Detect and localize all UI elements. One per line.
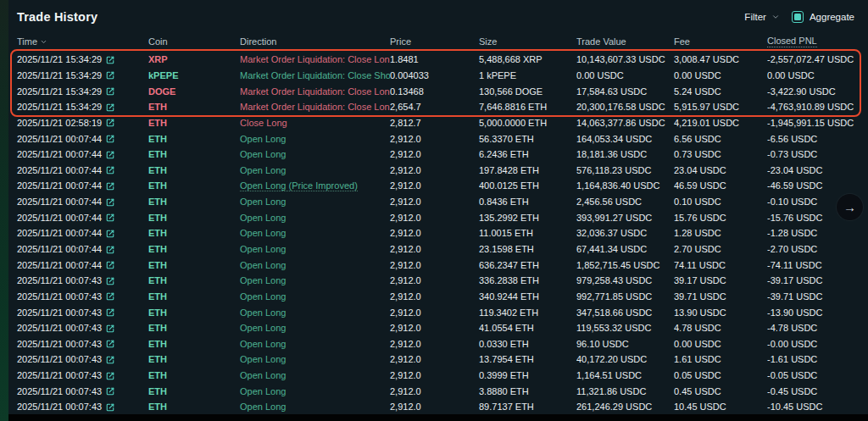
size-cell: 7,646.8816 ETH <box>479 102 576 112</box>
external-link-icon[interactable] <box>106 324 114 333</box>
size-cell: 41.0554 ETH <box>479 323 576 333</box>
size-cell: 119.3402 ETH <box>479 307 576 318</box>
time-cell: 2025/11/21 00:07:43 <box>17 354 148 364</box>
size-cell: 340.9244 ETH <box>479 291 576 302</box>
external-link-icon[interactable] <box>106 213 114 222</box>
trade-value-cell: 18,181.36 USDC <box>576 149 674 159</box>
direction-cell: Open Long <box>240 197 286 207</box>
time-value: 2025/11/21 00:07:44 <box>17 244 102 254</box>
time-value: 2025/11/21 00:07:44 <box>17 134 102 144</box>
direction-cell: Open Long <box>240 213 286 223</box>
price-cell: 2,912.0 <box>390 180 421 191</box>
column-header-time[interactable]: Time <box>17 36 148 47</box>
price-cell: 2,912.0 <box>390 323 421 333</box>
trade-history-panel: Trade History Filter Aggregate TimeCoinD… <box>8 0 868 414</box>
table-row: 2025/11/21 00:07:44 ETH Open Long 2,912.… <box>8 194 868 210</box>
external-link-icon[interactable] <box>106 182 114 191</box>
column-header-fee: Fee <box>674 36 767 47</box>
fee-cell: 15.76 USDC <box>674 213 767 223</box>
time-cell: 2025/11/21 15:34:29 <box>17 70 148 80</box>
time-value: 2025/11/21 15:34:29 <box>17 102 102 112</box>
direction-cell: Open Long <box>240 149 286 159</box>
price-cell: 2,912.0 <box>390 402 421 412</box>
table-row: 2025/11/21 15:34:29 kPEPE Market Order L… <box>8 68 868 84</box>
fee-cell: 23.04 USDC <box>674 165 767 175</box>
table-row: 2025/11/21 00:07:43 ETH Open Long 2,912.… <box>8 273 868 289</box>
external-link-icon[interactable] <box>106 340 114 348</box>
page-background-strip <box>0 0 8 421</box>
time-value: 2025/11/21 00:07:44 <box>17 180 102 191</box>
coin-cell: ETH <box>148 197 240 207</box>
direction-cell: Open Long <box>240 339 286 349</box>
external-link-icon[interactable] <box>106 87 114 96</box>
closed-pnl-cell: -0.05 USDC <box>767 370 860 380</box>
next-page-button[interactable]: → <box>837 194 863 220</box>
external-link-icon[interactable] <box>106 387 114 396</box>
closed-pnl-cell: -3,422.90 USDC <box>767 86 860 97</box>
fee-cell: 0.10 USDC <box>674 197 767 207</box>
size-cell: 0.3999 ETH <box>479 370 576 380</box>
time-value: 2025/11/21 15:34:29 <box>17 86 102 97</box>
external-link-icon[interactable] <box>106 372 114 380</box>
external-link-icon[interactable] <box>106 119 114 127</box>
price-cell: 2,912.0 <box>390 149 421 159</box>
external-link-icon[interactable] <box>106 56 114 64</box>
column-header-label: Fee <box>674 36 690 47</box>
closed-pnl-cell: -0.73 USDC <box>767 149 860 159</box>
trade-value-cell: 17,584.63 USDC <box>576 86 674 97</box>
coin-cell: DOGE <box>148 86 240 97</box>
time-cell: 2025/11/21 00:07:44 <box>17 260 148 270</box>
table-row: 2025/11/21 00:07:44 ETH Open Long 2,912.… <box>8 209 868 225</box>
closed-pnl-cell: -2,557,072.47 USDC <box>767 54 860 64</box>
external-link-icon[interactable] <box>106 135 114 143</box>
aggregate-toggle[interactable]: Aggregate <box>792 11 854 23</box>
size-cell: 135.2992 ETH <box>479 213 576 223</box>
size-cell: 5,000.0000 ETH <box>479 118 576 128</box>
size-cell: 400.0125 ETH <box>479 180 576 191</box>
price-cell: 2,912.0 <box>390 291 421 302</box>
time-value: 2025/11/21 00:07:43 <box>17 291 102 302</box>
external-link-icon[interactable] <box>106 308 114 317</box>
external-link-icon[interactable] <box>106 151 114 159</box>
coin-cell: ETH <box>148 307 240 318</box>
external-link-icon[interactable] <box>106 103 114 112</box>
external-link-icon[interactable] <box>106 198 114 207</box>
coin-cell: XRP <box>148 54 240 64</box>
external-link-icon[interactable] <box>106 261 114 269</box>
closed-pnl-cell: -4.78 USDC <box>767 323 860 333</box>
price-cell: 1.8481 <box>390 54 419 64</box>
column-header-price: Price <box>390 36 479 47</box>
time-value: 2025/11/21 15:34:29 <box>17 54 102 64</box>
time-cell: 2025/11/21 00:07:44 <box>17 197 148 207</box>
time-value: 2025/11/21 00:07:43 <box>17 307 102 318</box>
aggregate-checkbox[interactable] <box>792 11 804 23</box>
time-cell: 2025/11/21 15:34:29 <box>17 54 148 64</box>
external-link-icon[interactable] <box>106 246 114 254</box>
price-cell: 2,912.0 <box>390 386 421 396</box>
table-row: 2025/11/21 00:07:44 ETH Open Long 2,912.… <box>8 225 868 241</box>
direction-cell: Open Long <box>240 402 286 412</box>
closed-pnl-cell: -6.56 USDC <box>767 134 860 144</box>
filter-button[interactable]: Filter <box>744 12 780 22</box>
checkbox-fill-icon <box>794 14 801 20</box>
table-row: 2025/11/21 00:07:44 ETH Open Long 2,912.… <box>8 147 868 163</box>
fee-cell: 1.28 USDC <box>674 228 767 238</box>
table-row: 2025/11/21 00:07:43 ETH Open Long 2,912.… <box>8 352 868 368</box>
fee-cell: 46.59 USDC <box>674 180 767 191</box>
time-value: 2025/11/21 00:07:43 <box>17 402 102 412</box>
trade-value-cell: 20,300,176.58 USDC <box>576 102 674 112</box>
external-link-icon[interactable] <box>106 71 114 80</box>
external-link-icon[interactable] <box>106 356 114 364</box>
external-link-icon[interactable] <box>106 166 114 174</box>
direction-cell: Open Long <box>240 165 286 175</box>
time-value: 2025/11/21 15:34:29 <box>17 70 102 80</box>
external-link-icon[interactable] <box>106 403 114 412</box>
table-row: 2025/11/21 00:07:44 ETH Open Long 2,912.… <box>8 257 868 273</box>
trade-value-cell: 96.10 USDC <box>576 339 674 349</box>
external-link-icon[interactable] <box>106 230 114 238</box>
size-cell: 3.8880 ETH <box>479 386 576 396</box>
external-link-icon[interactable] <box>106 277 114 285</box>
trade-value-cell: 1,164,836.40 USDC <box>576 180 674 191</box>
external-link-icon[interactable] <box>106 292 114 301</box>
size-cell: 6.2436 ETH <box>479 149 576 159</box>
